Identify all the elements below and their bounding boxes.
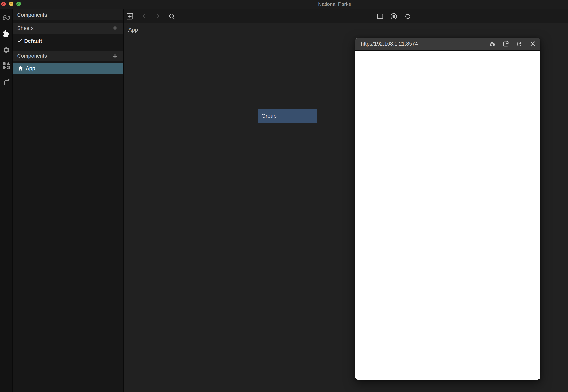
split-view-icon [377,13,383,20]
window-title: National Parks [318,0,351,9]
app-window: National Parks [0,0,568,392]
minimize-icon [9,2,13,6]
preview-toolbar [489,38,536,50]
add-frame-icon [126,13,133,20]
rail-item-settings[interactable] [0,44,13,55]
breadcrumb[interactable]: App [128,25,138,35]
maximize-window-button[interactable] [16,1,21,6]
plus-icon [113,26,117,30]
section-label: Components [17,53,113,59]
sheet-item-default[interactable]: Default [13,35,123,47]
chevron-right-icon [155,13,161,20]
history-forward-button[interactable] [154,13,161,20]
chevron-left-icon [141,13,147,20]
canvas-block-label: Group [261,112,277,119]
preview-window: http://192.168.1.21:8574 [355,38,540,379]
rail-item-components[interactable] [0,28,13,39]
puzzle-icon [2,29,11,38]
close-window-button[interactable] [1,1,6,6]
rail-item-route[interactable] [0,11,13,22]
section-header-components[interactable]: Components [13,51,123,61]
canvas: App Group http://192.168.1.21:8574 [124,9,568,392]
add-sheet-button[interactable] [113,26,117,30]
rail-item-source-control[interactable] [0,76,13,87]
maximize-icon [16,2,21,6]
home-slot [18,66,26,71]
check-slot [17,38,24,44]
preview-content [355,51,540,379]
add-component-button[interactable] [113,54,117,58]
refresh-icon [516,41,522,48]
component-item-app[interactable]: App [13,63,123,74]
inspect-icon [502,41,509,48]
close-icon [1,2,6,6]
debug-button[interactable] [489,41,496,47]
search-button[interactable] [169,13,175,20]
canvas-block-group[interactable]: Group [257,109,316,123]
debug-icon [489,41,496,48]
git-branch-icon [2,78,10,85]
shapes-icon [2,62,10,69]
section-label: Sheets [17,25,113,31]
home-icon [18,66,23,71]
breadcrumb-label: App [128,27,138,33]
rail-item-extensions[interactable] [0,60,13,71]
close-icon [529,41,536,47]
check-icon [17,38,22,44]
gear-icon [2,46,10,54]
sheet-item-label: Default [24,38,42,44]
title-bar: National Parks [0,0,568,9]
add-frame-button[interactable] [126,13,133,20]
preview-header: http://192.168.1.21:8574 [355,38,540,51]
section-header-sheets[interactable]: Sheets [13,23,123,33]
window-controls [1,1,21,6]
history-back-button[interactable] [140,13,147,20]
stop-button[interactable] [390,13,397,20]
route-icon [2,13,10,21]
preview-close-button[interactable] [529,41,536,47]
refresh-icon [404,13,411,20]
sidebar: Components Sheets Default Components [13,9,124,392]
reload-button[interactable] [404,13,411,20]
component-item-label: App [26,65,35,71]
inspect-button[interactable] [502,41,509,47]
preview-reload-button[interactable] [516,41,522,47]
search-icon [169,13,175,20]
preview-url-field[interactable]: http://192.168.1.21:8574 [361,38,418,50]
minimize-window-button[interactable] [9,1,13,6]
plus-icon [113,54,117,58]
sidebar-title: Components [13,9,123,20]
split-view-button[interactable] [377,13,383,20]
stop-icon [390,13,397,20]
canvas-toolbar [124,9,568,23]
activity-bar [0,9,13,392]
sidebar-title-label: Components [17,12,47,18]
